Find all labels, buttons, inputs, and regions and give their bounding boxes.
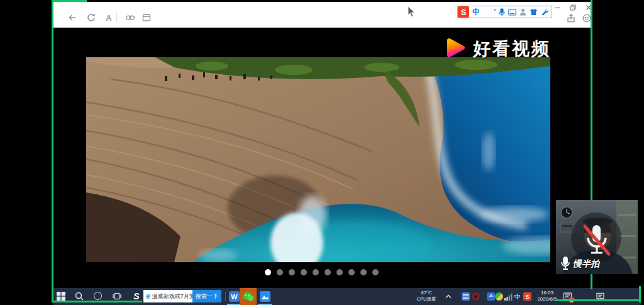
news-ticker-text: 漫威新戏或7月复工	[152, 292, 192, 301]
carousel-dot[interactable]	[348, 269, 355, 275]
moon-icon[interactable]	[483, 8, 491, 16]
tray-app-icon-1[interactable]	[462, 292, 470, 301]
network-icon[interactable]	[504, 292, 513, 301]
tray-app-icon-2[interactable]	[472, 292, 480, 301]
cpu-temp-label: CPU温度	[412, 296, 441, 302]
wrench-icon[interactable]	[541, 8, 548, 16]
back-icon[interactable]	[67, 13, 77, 23]
toolbar-divider	[116, 12, 117, 22]
tray-app-icon-3[interactable]	[487, 292, 495, 301]
watermark-text: 好看视频	[473, 37, 551, 61]
haokan-watermark: 好看视频	[443, 36, 551, 62]
start-button[interactable]	[57, 292, 65, 301]
cpu-temp-widget[interactable]: 87°C CPU温度	[412, 290, 441, 302]
taskbar-divider	[225, 292, 226, 301]
carousel-dot[interactable]	[325, 269, 331, 275]
carousel-dot[interactable]	[372, 269, 379, 275]
record-border-bottom-left	[52, 301, 142, 302]
sogou-logo[interactable]: S	[458, 6, 469, 18]
clock-time: 16:03	[535, 290, 560, 296]
taskbar-news-search-box[interactable]: e 漫威新戏或7月复工 搜索一下	[143, 290, 221, 302]
tray-expand-chevron[interactable]	[445, 294, 452, 299]
link-icon[interactable]	[125, 13, 135, 23]
account-icon[interactable]	[519, 8, 526, 16]
soft-keyboard-icon[interactable]	[508, 9, 516, 16]
carousel-dot[interactable]	[336, 269, 343, 275]
ime-toolbar[interactable]: S 中 ’	[457, 6, 552, 18]
ime-language-toggle[interactable]: 中	[472, 7, 480, 18]
language-indicator[interactable]: 中	[513, 292, 522, 301]
carousel-dot[interactable]	[301, 269, 307, 275]
record-border-top	[52, 0, 87, 2]
mouse-cursor	[408, 6, 415, 20]
task-view-button[interactable]	[113, 292, 121, 301]
video-surface[interactable]	[86, 57, 550, 262]
screen: A	[0, 0, 644, 305]
refresh-icon[interactable]	[86, 13, 96, 23]
skin-icon[interactable]	[530, 8, 538, 16]
wps-taskbar-button[interactable]: W	[229, 291, 240, 302]
share-icon[interactable]	[566, 13, 576, 23]
carousel-dot[interactable]	[277, 269, 283, 275]
sogou-tray-icon[interactable]: S	[523, 292, 531, 301]
media-app-taskbar-button[interactable]	[260, 291, 270, 302]
cortana-button[interactable]	[94, 292, 102, 300]
font-size-button[interactable]: A	[104, 13, 114, 23]
ie-icon: e	[146, 292, 150, 301]
webcam-overlay[interactable]: 慢半拍	[556, 200, 638, 274]
mic-icon[interactable]	[499, 8, 505, 16]
carousel-dot[interactable]	[313, 269, 319, 275]
punctuation-icon[interactable]: ’	[494, 8, 496, 16]
wechat-taskbar-button[interactable]	[240, 288, 257, 305]
minimize-button[interactable]	[553, 4, 561, 11]
haokan-logo-icon	[443, 36, 467, 62]
carousel-dots	[265, 269, 379, 275]
record-border-left	[52, 0, 53, 302]
video-page: 好看视频	[53, 28, 592, 287]
caption-mic-icon	[560, 257, 570, 270]
carousel-dot[interactable]	[360, 269, 367, 275]
carousel-dot[interactable]	[289, 269, 295, 275]
restore-button[interactable]	[569, 4, 577, 11]
tray-app-icon-4[interactable]	[495, 292, 503, 301]
record-border-bottom-right	[556, 299, 641, 301]
cpu-temp-value: 87°C	[412, 290, 441, 296]
webcam-caption: 慢半拍	[573, 258, 599, 270]
save-page-icon[interactable]	[142, 13, 152, 23]
taskbar-search-icon[interactable]	[75, 292, 84, 301]
search-go-button[interactable]: 搜索一下	[192, 290, 221, 302]
carousel-dot[interactable]	[265, 269, 271, 275]
browser-window: A	[53, 2, 592, 288]
